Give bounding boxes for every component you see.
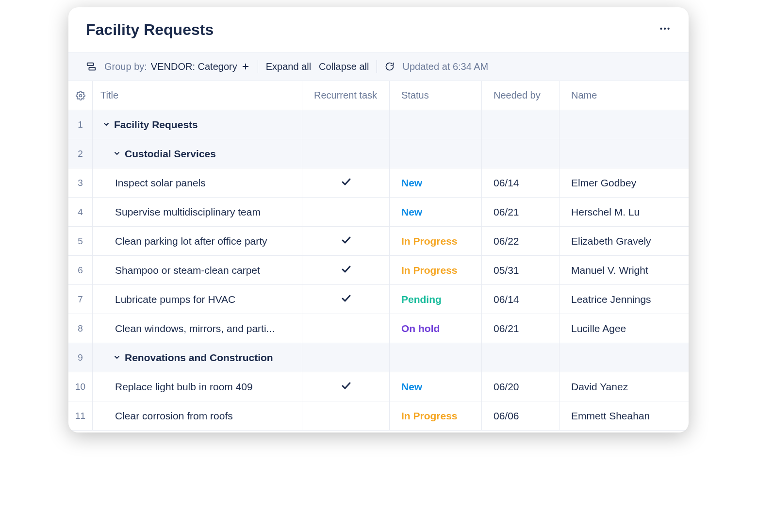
table-row[interactable]: 3 Inspect solar panels New 06/14 Elmer G… [68, 168, 689, 198]
refresh-icon[interactable] [385, 62, 395, 71]
check-icon [340, 292, 352, 306]
group-by-control[interactable]: Group by: VENDOR: Category [104, 61, 250, 72]
subgroup-row[interactable]: 9 Renovations and Construction [68, 343, 689, 372]
svg-point-0 [660, 28, 662, 30]
updated-at-text: Updated at 6:34 AM [402, 61, 488, 72]
settings-column-header[interactable] [68, 81, 93, 110]
recurrent-cell[interactable] [302, 198, 390, 226]
task-title-cell[interactable]: Lubricate pumps for HVAC [93, 285, 302, 314]
assignee-cell[interactable]: Manuel V. Wright [560, 256, 689, 284]
column-needed-by[interactable]: Needed by [482, 81, 560, 110]
needed-by-cell[interactable]: 05/31 [482, 256, 560, 284]
table-row[interactable]: 5 Clean parking lot after office party I… [68, 227, 689, 256]
table-row[interactable]: 4 Supervise multidisciplinary team New 0… [68, 198, 689, 227]
assignee-cell[interactable]: Elmer Godbey [560, 168, 689, 197]
assignee-cell[interactable]: Emmett Sheahan [560, 401, 689, 430]
row-number: 8 [68, 314, 93, 343]
card-header: Facility Requests [68, 7, 689, 52]
task-title-cell[interactable]: Replace light bulb in room 409 [93, 372, 302, 401]
table-row[interactable]: 11 Clear corrosion from roofs In Progres… [68, 401, 689, 431]
table-row[interactable]: 7 Lubricate pumps for HVAC Pending 06/14… [68, 285, 689, 314]
needed-by-cell[interactable]: 06/21 [482, 314, 560, 343]
recurrent-cell[interactable] [302, 256, 390, 284]
recurrent-cell[interactable] [302, 168, 390, 197]
group-title-cell: Custodial Services [93, 139, 302, 168]
recurrent-cell[interactable] [302, 372, 390, 401]
task-title-cell[interactable]: Supervise multidisciplinary team [93, 198, 302, 226]
recurrent-cell[interactable] [302, 285, 390, 314]
needed-by-cell[interactable]: 06/14 [482, 168, 560, 197]
status-badge: In Progress [401, 235, 458, 247]
expand-all-button[interactable]: Expand all [266, 61, 311, 72]
chevron-down-icon[interactable] [113, 148, 121, 160]
chevron-down-icon[interactable] [102, 119, 110, 131]
task-title-cell[interactable]: Clear corrosion from roofs [93, 401, 302, 430]
row-number: 1 [68, 110, 93, 139]
facility-requests-card: Facility Requests Group by: VENDOR: Cate… [68, 7, 689, 432]
status-cell[interactable]: In Progress [390, 401, 482, 430]
row-number: 3 [68, 168, 93, 197]
column-name[interactable]: Name [560, 81, 689, 110]
recurrent-cell[interactable] [302, 227, 390, 255]
svg-point-1 [664, 28, 666, 30]
recurrent-cell[interactable] [302, 314, 390, 343]
row-number: 5 [68, 227, 93, 255]
group-title-cell: Facility Requests [93, 110, 302, 139]
status-cell[interactable]: Pending [390, 285, 482, 314]
row-number: 9 [68, 343, 93, 372]
row-number: 7 [68, 285, 93, 314]
status-cell[interactable]: On hold [390, 314, 482, 343]
column-title[interactable]: Title [93, 81, 302, 110]
table-row[interactable]: 10 Replace light bulb in room 409 New 06… [68, 372, 689, 401]
status-cell[interactable]: In Progress [390, 227, 482, 255]
status-cell[interactable]: New [390, 168, 482, 197]
assignee-cell[interactable]: Herschel M. Lu [560, 198, 689, 226]
table-row[interactable]: 8 Clean windows, mirrors, and parti... O… [68, 314, 689, 343]
column-recurrent[interactable]: Recurrent task [302, 81, 390, 110]
task-title-cell[interactable]: Inspect solar panels [93, 168, 302, 197]
task-title-cell[interactable]: Shampoo or steam-clean carpet [93, 256, 302, 284]
collapse-all-button[interactable]: Collapse all [319, 61, 369, 72]
table-header: Title Recurrent task Status Needed by Na… [68, 81, 689, 110]
status-cell[interactable]: New [390, 198, 482, 226]
assignee-cell[interactable]: Elizabeth Gravely [560, 227, 689, 255]
status-cell[interactable]: New [390, 372, 482, 401]
check-icon [340, 176, 352, 190]
status-badge: New [401, 381, 422, 393]
assignee-cell[interactable]: David Yanez [560, 372, 689, 401]
page-title: Facility Requests [86, 21, 214, 39]
assignee-cell[interactable]: Leatrice Jennings [560, 285, 689, 314]
check-icon [340, 380, 352, 394]
task-title-cell[interactable]: Clean parking lot after office party [93, 227, 302, 255]
needed-by-cell[interactable]: 06/14 [482, 285, 560, 314]
needed-by-cell[interactable]: 06/21 [482, 198, 560, 226]
svg-rect-4 [89, 67, 95, 70]
group-row[interactable]: 1 Facility Requests [68, 110, 689, 139]
group-label: Renovations and Construction [125, 352, 273, 364]
assignee-cell[interactable]: Lucille Agee [560, 314, 689, 343]
row-number: 6 [68, 256, 93, 284]
group-by-label: Group by: [104, 61, 147, 72]
status-cell[interactable]: In Progress [390, 256, 482, 284]
status-badge: In Progress [401, 265, 458, 276]
status-badge: New [401, 206, 422, 218]
needed-by-cell[interactable]: 06/06 [482, 401, 560, 430]
check-icon [340, 234, 352, 248]
column-status[interactable]: Status [390, 81, 482, 110]
chevron-down-icon[interactable] [113, 352, 121, 364]
more-options-icon[interactable] [658, 22, 671, 37]
status-badge: Pending [401, 294, 442, 305]
subgroup-row[interactable]: 2 Custodial Services [68, 139, 689, 168]
recurrent-cell[interactable] [302, 401, 390, 430]
group-icon[interactable] [86, 61, 97, 72]
group-label: Facility Requests [114, 119, 198, 131]
needed-by-cell[interactable]: 06/22 [482, 227, 560, 255]
table-row[interactable]: 6 Shampoo or steam-clean carpet In Progr… [68, 256, 689, 285]
svg-point-7 [79, 94, 82, 97]
group-by-value: VENDOR: Category [151, 61, 237, 72]
task-title-cell[interactable]: Clean windows, mirrors, and parti... [93, 314, 302, 343]
svg-rect-3 [87, 63, 94, 66]
toolbar: Group by: VENDOR: Category Expand all Co… [68, 52, 689, 81]
add-group-icon[interactable] [241, 62, 250, 71]
needed-by-cell[interactable]: 06/20 [482, 372, 560, 401]
